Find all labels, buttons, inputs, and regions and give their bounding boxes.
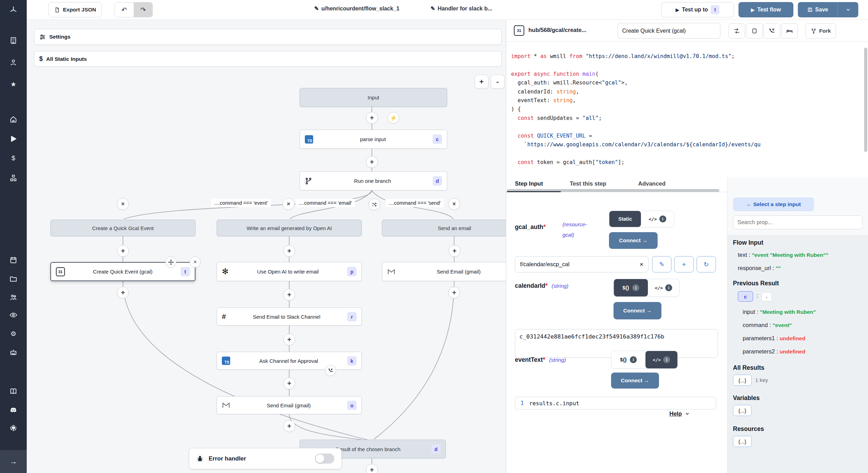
search-prop-input[interactable] bbox=[733, 215, 863, 229]
code-mode-option[interactable]: </> i bbox=[648, 279, 679, 296]
add-resource-button[interactable]: + bbox=[674, 256, 694, 272]
add-step-button[interactable]: + bbox=[283, 334, 295, 345]
favorites-star-icon[interactable]: ★ bbox=[0, 77, 27, 91]
prop-row-command[interactable]: command : "event" bbox=[743, 322, 792, 328]
flow-node-send-email-gmail[interactable]: Send Email (gmail) bbox=[382, 262, 506, 281]
collapse-button[interactable]: - bbox=[761, 292, 772, 301]
tab-advanced[interactable]: Advanced bbox=[638, 180, 666, 187]
previous-step-badge[interactable]: c bbox=[738, 291, 753, 302]
add-step-button[interactable]: + bbox=[366, 112, 378, 124]
variables-dollar-icon[interactable]: $ bbox=[0, 151, 27, 165]
runs-play-icon[interactable] bbox=[0, 132, 27, 146]
add-step-button[interactable]: + bbox=[283, 377, 295, 389]
code-mode-option[interactable]: </> i bbox=[645, 351, 677, 368]
info-icon[interactable]: i bbox=[632, 284, 639, 291]
stop-button[interactable] bbox=[746, 23, 763, 39]
prop-row-input[interactable]: input : "Meeting with Ruben" bbox=[743, 309, 816, 315]
flow-node-use-openai[interactable]: ✻ Use Open AI to write email p bbox=[217, 262, 362, 281]
flow-node-send-slack[interactable]: # Send Email to Slack Channel r bbox=[217, 308, 362, 326]
clear-x-icon[interactable]: × bbox=[640, 261, 643, 268]
template-mode-option[interactable]: ${} i bbox=[611, 351, 645, 368]
add-step-button[interactable]: + bbox=[117, 287, 129, 299]
add-step-button[interactable]: + bbox=[283, 420, 295, 432]
event-text-connect-button[interactable]: Connect → bbox=[611, 373, 659, 389]
refresh-resource-button[interactable]: ↻ bbox=[696, 256, 716, 272]
move-node-handle[interactable] bbox=[165, 256, 176, 268]
discord-icon[interactable] bbox=[0, 403, 27, 417]
workers-robot-icon[interactable] bbox=[0, 345, 27, 359]
add-step-button[interactable]: + bbox=[448, 287, 460, 299]
calendar-id-mode-toggle[interactable]: ${} i </> i bbox=[614, 279, 679, 297]
test-flow-button[interactable]: ▶ Test flow bbox=[738, 2, 793, 17]
delete-branch-button[interactable]: × bbox=[283, 198, 294, 210]
prop-row-parameters1[interactable]: parameters1 : undefined bbox=[743, 335, 805, 342]
github-icon[interactable] bbox=[0, 421, 27, 435]
tab-test-this-step[interactable]: Test this step bbox=[570, 180, 606, 187]
zoom-in-button[interactable]: + bbox=[475, 75, 489, 89]
folders-icon[interactable] bbox=[0, 272, 27, 286]
delete-branch-button[interactable]: × bbox=[448, 198, 460, 210]
template-mode-option[interactable]: ${} i bbox=[614, 279, 648, 296]
flow-node-send-email-gmail-2[interactable]: Send Email (gmail) o bbox=[217, 396, 362, 414]
step-name-input[interactable] bbox=[618, 23, 720, 39]
flow-summary-breadcrumb[interactable]: ✎ Handler for slack b... bbox=[431, 5, 492, 12]
all-results-brace-button[interactable]: {...} bbox=[733, 375, 752, 386]
error-handler-toggle[interactable] bbox=[315, 454, 334, 464]
tab-step-input[interactable]: Step Input bbox=[515, 180, 543, 187]
delete-branch-button[interactable]: × bbox=[117, 198, 129, 210]
suspend-button[interactable] bbox=[763, 23, 780, 39]
prop-row-text[interactable]: text : "event "Meeting with Ruben"" bbox=[738, 252, 828, 258]
delete-node-button[interactable]: × bbox=[190, 256, 201, 268]
resources-brace-button[interactable]: {...} bbox=[733, 436, 752, 447]
gcal-auth-resource-input[interactable]: f/calendar/escp_cal × bbox=[515, 256, 649, 272]
prop-row-parameters2[interactable]: parameters2 : undefined bbox=[743, 348, 805, 355]
variables-brace-button[interactable]: {...} bbox=[733, 405, 752, 416]
fork-button[interactable]: Fork bbox=[806, 23, 836, 39]
sync-script-button[interactable] bbox=[728, 23, 745, 39]
undo-button[interactable]: ↶ bbox=[115, 2, 134, 17]
collapse-sidebar-arrow-icon[interactable]: → bbox=[0, 450, 27, 473]
windmill-logo[interactable] bbox=[0, 3, 27, 17]
add-step-button[interactable]: + bbox=[283, 245, 295, 257]
event-text-mode-toggle[interactable]: ${} i </> i bbox=[611, 351, 678, 369]
calendar-id-connect-button[interactable]: Connect → bbox=[614, 302, 661, 319]
add-step-button[interactable]: + bbox=[366, 156, 378, 168]
select-step-input-pill[interactable]: ← Select a step input bbox=[733, 197, 814, 211]
code-vscrollbar[interactable] bbox=[864, 48, 867, 152]
branch-header[interactable]: Create a Quick Gcal Event bbox=[50, 220, 195, 236]
schedules-calendar-icon[interactable] bbox=[0, 253, 27, 267]
info-icon[interactable]: i bbox=[630, 356, 637, 363]
sleep-button[interactable] bbox=[781, 23, 798, 39]
info-icon[interactable]: i bbox=[663, 356, 670, 363]
add-step-button[interactable]: + bbox=[449, 245, 460, 257]
export-json-button[interactable]: Export JSON bbox=[49, 2, 102, 17]
flow-node-parse-input[interactable]: TS parse input c bbox=[300, 130, 447, 149]
info-icon[interactable]: i bbox=[659, 215, 666, 222]
info-icon[interactable]: i bbox=[665, 284, 672, 291]
flow-path-breadcrumb[interactable]: ✎ u/henricourdent/flow_slack_1 bbox=[314, 5, 399, 12]
audit-eye-icon[interactable] bbox=[0, 308, 27, 322]
all-static-inputs-bar[interactable]: $ All Static Inputs bbox=[34, 51, 502, 67]
branch-header[interactable]: Send an email bbox=[382, 220, 506, 236]
workspace-icon[interactable] bbox=[0, 33, 27, 47]
add-step-button[interactable]: + bbox=[283, 289, 295, 301]
docs-book-icon[interactable] bbox=[0, 384, 27, 398]
branch-predicate-icon[interactable] bbox=[368, 198, 380, 210]
edit-resource-button[interactable]: ✎ bbox=[652, 256, 671, 272]
zoom-out-button[interactable]: - bbox=[491, 75, 504, 89]
redo-button[interactable]: ↷ bbox=[134, 2, 153, 17]
code-editor[interactable]: import * as wmill from "https://deno.lan… bbox=[506, 42, 868, 189]
code-mode-option[interactable]: </> i bbox=[641, 211, 674, 227]
save-dropdown-button[interactable] bbox=[837, 2, 858, 17]
test-up-to-button[interactable]: ▶ Test up to t bbox=[661, 2, 734, 17]
trigger-bolt-icon[interactable]: ⚡ bbox=[387, 112, 399, 124]
branch-header[interactable]: Write an email generated by Open AI bbox=[217, 220, 362, 236]
gcal-auth-connect-button[interactable]: Connect → bbox=[609, 232, 658, 249]
help-link[interactable]: Help bbox=[669, 410, 690, 417]
add-step-button[interactable]: + bbox=[117, 245, 129, 257]
gcal-auth-mode-toggle[interactable]: Static </> i bbox=[609, 211, 674, 227]
flow-settings-bar[interactable]: Settings bbox=[34, 29, 502, 45]
static-mode-option[interactable]: Static bbox=[609, 211, 641, 227]
settings-gear-icon[interactable]: ⚙ bbox=[0, 327, 27, 341]
suspend-phone-icon[interactable] bbox=[325, 365, 336, 376]
